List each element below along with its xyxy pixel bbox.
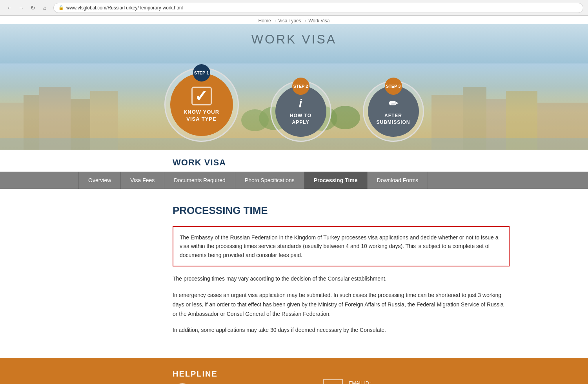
step-1-badge: STEP 1	[193, 64, 210, 82]
refresh-button[interactable]: ↻	[28, 3, 38, 13]
step-1-circle: ✓ KNOW YOURVISA TYPE	[170, 73, 233, 136]
url-text: www.vfsglobal.com/Russia/Turkey/Temporar…	[66, 5, 183, 11]
hero-title: WORK VISA	[251, 32, 337, 47]
step-1[interactable]: STEP 1 ✓ KNOW YOURVISA TYPE	[164, 67, 239, 142]
para-1: The processing times may vary according …	[173, 274, 510, 284]
tab-processing-time[interactable]: Processing Time	[304, 172, 368, 189]
highlighted-processing-time-box: The Embassy of the Russian Federation in…	[173, 226, 510, 266]
email-label: EMAIL ID :	[349, 380, 417, 384]
para-2: In emergency cases an urgent visa applic…	[173, 291, 510, 319]
step-1-label: KNOW YOURVISA TYPE	[184, 109, 219, 123]
lock-icon: 🔒	[58, 5, 64, 10]
step-3-label: AFTERSUBMISSION	[376, 112, 410, 126]
step-3-icon: ✏	[389, 97, 398, 110]
tab-visa-fees[interactable]: Visa Fees	[121, 172, 164, 189]
para-3: In addition, some applications may take …	[173, 326, 510, 335]
browser-chrome: ← → ↻ ⌂ 🔒 www.vfsglobal.com/Russia/Turke…	[0, 0, 588, 16]
step-3[interactable]: STEP 3 ✏ AFTERSUBMISSION	[363, 81, 424, 142]
address-bar[interactable]: 🔒 www.vfsglobal.com/Russia/Turkey/Tempor…	[53, 3, 583, 13]
step-2-icon: i	[299, 97, 302, 110]
content-section: PROCESSING TIME The Embassy of the Russi…	[0, 189, 588, 358]
content-title: PROCESSING TIME	[173, 205, 510, 217]
back-button[interactable]: ←	[5, 3, 14, 13]
breadcrumb: Home → Visa Types → Work Visa	[0, 16, 588, 24]
helpline-right: ✉ EMAIL ID : info.rutr@vfshelpline.com	[323, 379, 417, 384]
tab-navigation[interactable]: Overview Visa Fees Documents Required Ph…	[0, 172, 588, 189]
step-1-icon: ✓	[191, 87, 212, 105]
highlighted-text: The Embassy of the Russian Federation in…	[180, 233, 502, 259]
home-button[interactable]: ⌂	[40, 3, 49, 13]
page-title-section: WORK VISA	[0, 150, 588, 172]
step-2[interactable]: STEP 2 i HOW TOAPPLY	[270, 81, 331, 142]
step-2-badge: STEP 2	[292, 78, 309, 95]
forward-button[interactable]: →	[16, 3, 26, 13]
nav-buttons[interactable]: ← → ↻ ⌂	[5, 3, 49, 13]
tab-photo-specifications[interactable]: Photo Specifications	[235, 172, 304, 189]
hero-section: WORK VISA STEP 1 ✓ KNOW YOURVISA TYPE ST…	[0, 24, 588, 150]
helpline-footer: HELPLINE ✆ +90 212 373 58 24 ✉ EMAIL ID …	[0, 358, 588, 384]
step-2-label: HOW TOAPPLY	[290, 112, 311, 126]
email-icon: ✉	[323, 379, 343, 384]
page-title: WORK VISA	[173, 158, 588, 168]
tab-download-forms[interactable]: Download Forms	[368, 172, 428, 189]
helpline-title: HELPLINE	[173, 370, 284, 379]
step-3-badge: STEP 3	[385, 78, 402, 95]
email-info: EMAIL ID : info.rutr@vfshelpline.com	[349, 380, 417, 384]
tab-overview[interactable]: Overview	[78, 172, 121, 189]
steps-container: STEP 1 ✓ KNOW YOURVISA TYPE STEP 2 i HOW…	[164, 67, 424, 142]
tab-documents-required[interactable]: Documents Required	[164, 172, 235, 189]
helpline-left: HELPLINE ✆ +90 212 373 58 24	[173, 370, 284, 384]
